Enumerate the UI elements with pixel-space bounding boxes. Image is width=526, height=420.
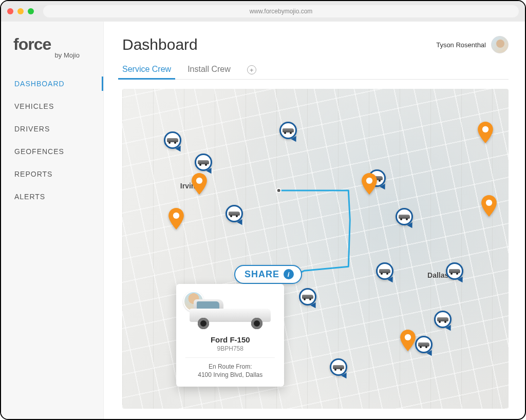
status-address: 4100 Irving Blvd, Dallas — [182, 371, 278, 378]
status-label: En Route From: — [182, 363, 278, 370]
vehicle-marker[interactable] — [330, 358, 347, 376]
vehicle-icon — [399, 214, 410, 220]
nav-dashboard[interactable]: DASHBOARD — [1, 72, 103, 95]
user-menu[interactable]: Tyson Rosenthal — [436, 36, 509, 53]
vehicle-marker[interactable] — [415, 336, 433, 353]
vehicle-icon — [418, 341, 429, 348]
vehicle-plate: 9BPH758 — [182, 345, 278, 352]
page-title: Dashboard — [122, 36, 198, 53]
vehicle-icon — [229, 211, 240, 217]
svg-point-0 — [277, 188, 281, 193]
close-window-button[interactable] — [7, 8, 13, 14]
geofence-pin[interactable] — [400, 330, 416, 351]
svg-point-4 — [482, 126, 489, 132]
window-controls — [7, 8, 34, 14]
svg-point-5 — [486, 200, 492, 206]
nav-geofences[interactable]: GEOFENCES — [1, 140, 103, 163]
main-content: Dashboard Tyson Rosenthal Service Crew I… — [104, 22, 525, 419]
add-tab-button[interactable]: + — [247, 65, 256, 74]
info-icon[interactable]: i — [284, 269, 294, 279]
brand-logo: force by Mojio — [1, 36, 103, 72]
geofence-pin[interactable] — [362, 173, 377, 195]
tab-install-crew[interactable]: Install Crew — [187, 65, 231, 79]
nav-alerts[interactable]: ALERTS — [1, 185, 103, 208]
geofence-pin[interactable] — [481, 195, 497, 217]
nav-reports[interactable]: REPORTS — [1, 163, 103, 185]
nav-drivers[interactable]: DRIVERS — [1, 118, 103, 140]
vehicle-marker[interactable] — [396, 208, 413, 225]
svg-point-2 — [173, 213, 179, 219]
vehicle-icon — [198, 159, 209, 165]
share-label: SHARE — [245, 269, 279, 280]
page-header: Dashboard Tyson Rosenthal — [122, 36, 509, 53]
geofence-pin[interactable] — [168, 208, 184, 230]
vehicle-popup: Ford F-150 9BPH758 En Route From: 4100 I… — [176, 284, 284, 387]
svg-point-6 — [405, 334, 411, 340]
share-button[interactable]: SHARE i — [234, 265, 302, 284]
nav: DASHBOARD VEHICLES DRIVERS GEOFENCES REP… — [1, 72, 103, 208]
vehicle-icon — [302, 294, 313, 300]
vehicle-icon — [449, 268, 460, 274]
sidebar: force by Mojio DASHBOARD VEHICLES DRIVER… — [1, 22, 104, 419]
fleet-map[interactable]: SHARE i Ford F-150 9BPH758 En — [122, 89, 509, 409]
address-bar[interactable]: www.forcebymojio.com — [43, 5, 519, 17]
vehicle-icon — [437, 316, 448, 322]
browser-window: www.forcebymojio.com force by Mojio DASH… — [0, 0, 526, 420]
browser-titlebar: www.forcebymojio.com — [1, 1, 525, 22]
divider — [185, 357, 275, 358]
vehicle-image — [186, 294, 274, 331]
vehicle-icon — [283, 127, 294, 133]
geofence-pin[interactable] — [192, 173, 207, 195]
vehicle-marker[interactable] — [279, 122, 297, 139]
vehicle-icon — [333, 364, 344, 370]
vehicle-icon — [167, 137, 178, 143]
svg-point-1 — [196, 177, 202, 183]
vehicle-marker[interactable] — [299, 288, 316, 306]
nav-vehicles[interactable]: VEHICLES — [1, 95, 103, 118]
vehicle-marker[interactable] — [446, 262, 463, 280]
app-root: force by Mojio DASHBOARD VEHICLES DRIVER… — [1, 22, 525, 419]
vehicle-marker[interactable] — [164, 131, 181, 149]
plus-icon: + — [250, 66, 254, 74]
user-name: Tyson Rosenthal — [436, 41, 486, 49]
tab-service-crew[interactable]: Service Crew — [122, 65, 171, 79]
brand-name: force — [13, 36, 93, 52]
vehicle-marker[interactable] — [434, 311, 452, 328]
vehicle-icon — [379, 268, 390, 274]
minimize-window-button[interactable] — [17, 8, 24, 14]
vehicle-title: Ford F-150 — [182, 335, 278, 344]
vehicle-marker[interactable] — [376, 262, 393, 280]
geofence-pin[interactable] — [478, 122, 493, 143]
avatar — [491, 36, 509, 53]
crew-tabs: Service Crew Install Crew + — [122, 65, 509, 80]
maximize-window-button[interactable] — [28, 8, 34, 14]
vehicle-marker[interactable] — [226, 205, 243, 222]
vehicle-marker[interactable] — [195, 154, 212, 171]
svg-point-3 — [366, 177, 372, 183]
